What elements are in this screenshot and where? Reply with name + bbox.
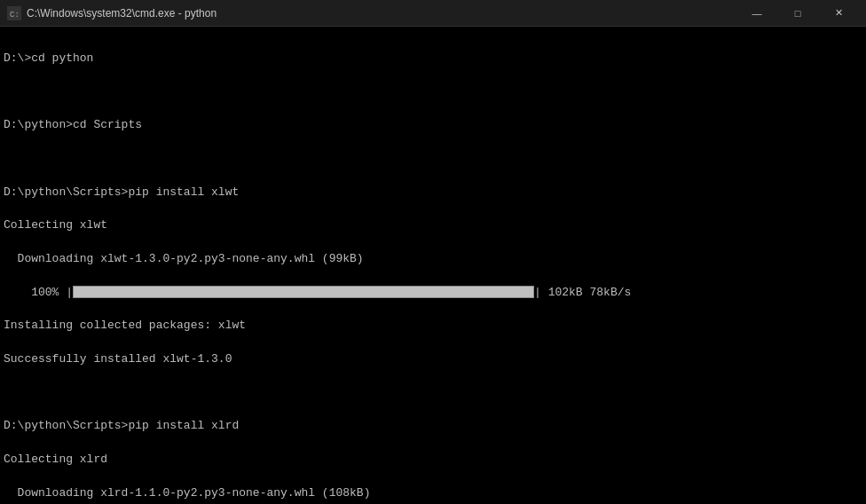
close-button[interactable]: ✕ [818, 0, 859, 27]
cmd-icon: C: [7, 6, 21, 20]
line-7: Successfully installed xlwt-1.3.0 [4, 351, 862, 368]
line-3: D:\python\Scripts>pip install xlwt [4, 185, 862, 201]
progress1-percent: 100% [31, 286, 59, 299]
line-blank-3 [4, 385, 862, 402]
line-10: Downloading xlrd-1.1.0-py2.py3-none-any.… [4, 485, 862, 502]
progress1-speed: 78kB/s [589, 286, 631, 299]
svg-text:C:: C: [10, 11, 20, 20]
maximize-button[interactable]: □ [777, 0, 818, 27]
line-2: D:\python>cd Scripts [4, 117, 862, 134]
progress-bar-1-fill [74, 287, 533, 297]
line-9: Collecting xlrd [4, 452, 862, 469]
progress-line-1: 100% || 102kB 78kB/s [4, 285, 862, 302]
titlebar-controls: — □ ✕ [736, 0, 859, 27]
line-1: D:\>cd python [4, 51, 862, 67]
line-4: Collecting xlwt [4, 217, 862, 234]
line-8: D:\python\Scripts>pip install xlrd [4, 418, 862, 435]
window-title: C:\Windows\system32\cmd.exe - python [27, 7, 216, 20]
titlebar: C: C:\Windows\system32\cmd.exe - python … [0, 0, 866, 27]
titlebar-left: C: C:\Windows\system32\cmd.exe - python [7, 6, 216, 20]
line-5: Downloading xlwt-1.3.0-py2.py3-none-any.… [4, 251, 862, 268]
line-6: Installing collected packages: xlwt [4, 318, 862, 335]
progress-bar-1 [73, 286, 534, 298]
terminal-output: D:\>cd python D:\python>cd Scripts D:\py… [0, 27, 866, 504]
minimize-button[interactable]: — [736, 0, 777, 27]
progress1-size: 102kB [548, 286, 583, 299]
line-blank-1 [4, 84, 862, 101]
line-blank-2 [4, 151, 862, 168]
